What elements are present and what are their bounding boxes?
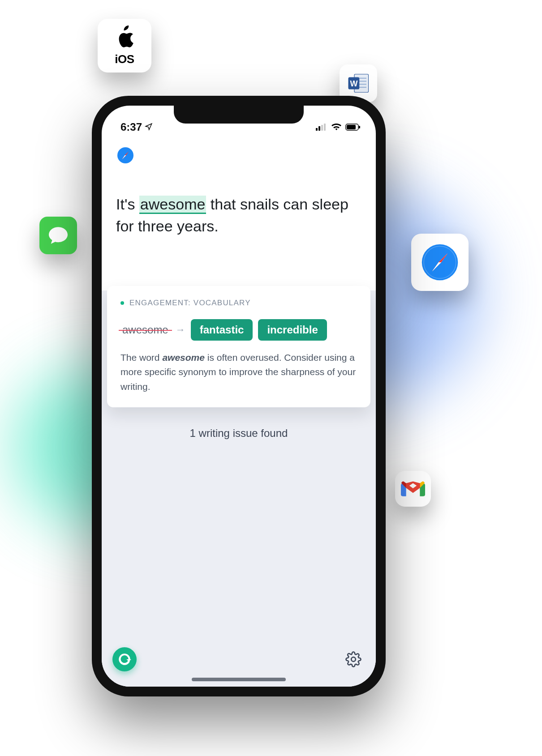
phone-frame: 6:37 <box>92 96 386 696</box>
browser-context-icon <box>113 143 138 167</box>
messages-app-chip <box>39 217 77 254</box>
category-dot-icon <box>120 301 124 305</box>
suggestion-card[interactable]: ENGAGEMENT: VOCABULARY awesome → fantast… <box>107 286 370 408</box>
messages-icon <box>46 223 71 248</box>
wifi-icon <box>331 121 342 133</box>
svg-rect-14 <box>318 126 320 131</box>
gmail-app-chip <box>395 471 431 507</box>
suggestion-panel: ENGAGEMENT: VOCABULARY awesome → fantast… <box>102 290 376 687</box>
cellular-signal-icon <box>316 121 327 133</box>
battery-icon <box>345 121 361 133</box>
gmail-icon <box>401 479 425 498</box>
issues-count: 1 writing issue found <box>102 427 376 440</box>
ios-label: iOS <box>115 52 134 66</box>
gear-icon <box>345 651 361 667</box>
ms-word-icon: W <box>346 71 370 95</box>
editor-text-pre: It's <box>116 196 139 213</box>
ios-app-chip: iOS <box>98 19 151 73</box>
location-arrow-icon <box>145 121 153 133</box>
suggestion-category: ENGAGEMENT: VOCABULARY <box>120 299 358 308</box>
explanation-keyword: awesome <box>162 352 205 363</box>
home-indicator <box>192 678 286 681</box>
svg-rect-16 <box>324 124 326 131</box>
highlighted-word[interactable]: awesome <box>139 196 206 214</box>
grammarly-icon <box>117 652 132 667</box>
svg-rect-13 <box>316 128 318 131</box>
grammarly-button[interactable] <box>112 647 137 671</box>
suggestion-option-1[interactable]: fantastic <box>191 319 253 341</box>
svg-rect-18 <box>347 125 356 129</box>
status-time: 6:37 <box>120 121 142 133</box>
editor-text[interactable]: It's awesome that snails can sleep for t… <box>102 167 376 238</box>
suggestion-explanation: The word awesome is often overused. Cons… <box>120 350 358 394</box>
category-label: ENGAGEMENT: VOCABULARY <box>129 299 251 308</box>
phone-screen: 6:37 <box>102 106 376 687</box>
phone-notch <box>174 106 304 124</box>
svg-rect-19 <box>359 126 360 128</box>
safari-app-chip <box>411 234 469 291</box>
svg-rect-15 <box>321 125 323 131</box>
arrow-right-icon: → <box>176 324 185 336</box>
suggestion-option-2[interactable]: incredible <box>258 319 327 341</box>
svg-point-23 <box>351 657 356 662</box>
safari-icon <box>419 242 460 283</box>
original-word: awesome <box>120 324 170 336</box>
apple-icon <box>113 26 136 51</box>
svg-text:W: W <box>350 79 357 88</box>
settings-button[interactable] <box>344 649 363 669</box>
explanation-pre: The word <box>120 352 162 363</box>
